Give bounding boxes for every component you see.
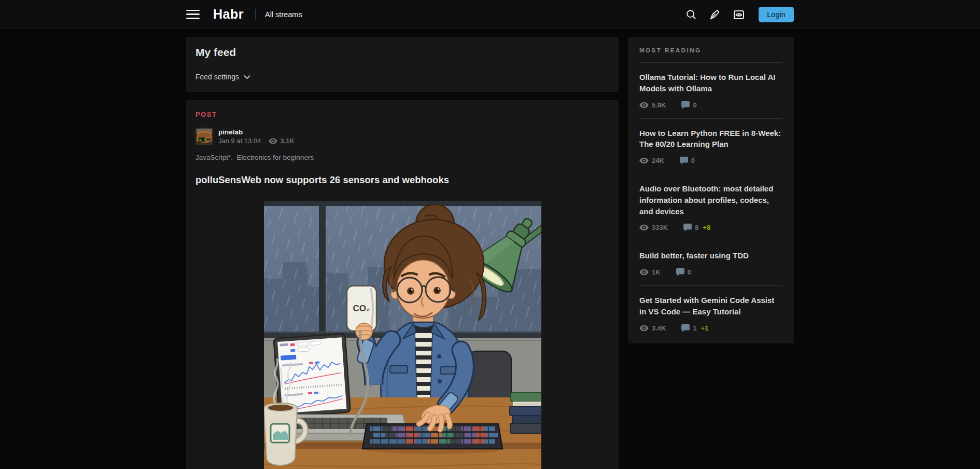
eye-icon [639, 102, 649, 108]
views-stat: 5.9K [639, 101, 666, 109]
post-cover-image: CO₂ [264, 201, 541, 469]
reading-item-title[interactable]: Audio over Bluetooth: most detailed info… [639, 183, 782, 217]
reading-item-2: How to Learn Python FREE in 8-Week: The … [639, 119, 782, 175]
write-pen-icon[interactable] [709, 8, 721, 21]
hamburger-menu-icon[interactable] [186, 10, 200, 19]
comment-icon [683, 224, 692, 231]
comments-stat[interactable]: 0 [676, 268, 695, 276]
eye-icon [639, 269, 649, 275]
post-type-badge: POST [195, 111, 609, 118]
all-streams-link[interactable]: All streams [265, 10, 302, 19]
svg-text:CO₂: CO₂ [353, 304, 370, 313]
reading-item-1: Ollama Tutorial: How to Run Local AI Mod… [639, 63, 782, 119]
post-timestamp: Jan 9 at 13:04 [218, 137, 261, 145]
hub-link-javascript[interactable]: JavaScript* [195, 154, 231, 161]
nav-divider [255, 9, 256, 20]
comment-icon [676, 268, 684, 276]
eye-icon [269, 138, 277, 144]
login-button[interactable]: Login [759, 7, 794, 22]
feed-settings-toggle[interactable]: Feed settings [195, 73, 250, 81]
comments-stat[interactable]: 0 [681, 101, 701, 109]
new-comments-count: +8 [703, 224, 710, 231]
page-title: My feed [195, 46, 609, 59]
views-stat: 3.4K [639, 324, 666, 332]
reading-item-title[interactable]: Get Started with Gemini Code Assist in V… [639, 295, 782, 318]
eye-icon [639, 157, 649, 164]
post-card: POST 24.9 pinel [186, 100, 619, 469]
chevron-down-icon [244, 75, 250, 79]
views-stat: 1K [639, 268, 661, 276]
habr-logo[interactable]: Habr [213, 7, 244, 22]
comments-stat[interactable]: 8 +8 [683, 224, 710, 231]
most-reading-header: MOST READING [639, 47, 782, 53]
feed-settings-label: Feed settings [195, 73, 239, 81]
avatar[interactable]: 24.9 [195, 128, 213, 145]
new-comments-count: +1 [701, 324, 709, 332]
comment-icon [681, 324, 690, 332]
reading-item-5: Get Started with Gemini Code Assist in V… [639, 286, 782, 341]
views-stat: 24K [639, 157, 664, 164]
reading-item-title[interactable]: Ollama Tutorial: How to Run Local AI Mod… [639, 72, 782, 94]
post-author-row: 24.9 pinelab Jan 9 at 13:04 3.1K [195, 128, 609, 145]
hub-link-electronics[interactable]: Electronics for beginners [237, 154, 314, 161]
book-stack [510, 393, 541, 433]
post-hubs: JavaScript*, Electronics for beginners [195, 154, 609, 161]
comment-icon [681, 101, 690, 109]
reading-item-4: Build better, faster using TDD 1K 0 [639, 241, 782, 286]
eye-box-icon[interactable] [733, 8, 745, 21]
most-reading-widget: MOST READING Ollama Tutorial: How to Run… [628, 37, 794, 343]
eye-icon [639, 325, 649, 332]
post-title[interactable]: polluSensWeb now supports 26 sensors and… [195, 174, 609, 186]
views-stat: 333K [639, 224, 668, 231]
comments-stat[interactable]: 1 +1 [681, 324, 708, 332]
post-views: 3.1K [269, 137, 294, 145]
author-name[interactable]: pinelab [218, 128, 295, 136]
reading-item-title[interactable]: Build better, faster using TDD [639, 250, 782, 261]
reading-item-3: Audio over Bluetooth: most detailed info… [639, 174, 782, 241]
svg-text:24.9: 24.9 [198, 138, 206, 142]
my-feed-card: My feed Feed settings [186, 37, 619, 92]
eye-icon [639, 224, 649, 231]
comment-icon [680, 157, 688, 164]
top-navbar: Habr All streams Login [0, 0, 980, 29]
comments-stat[interactable]: 0 [680, 157, 699, 164]
reading-item-title[interactable]: How to Learn Python FREE in 8-Week: The … [639, 128, 782, 150]
search-icon[interactable] [685, 8, 697, 21]
